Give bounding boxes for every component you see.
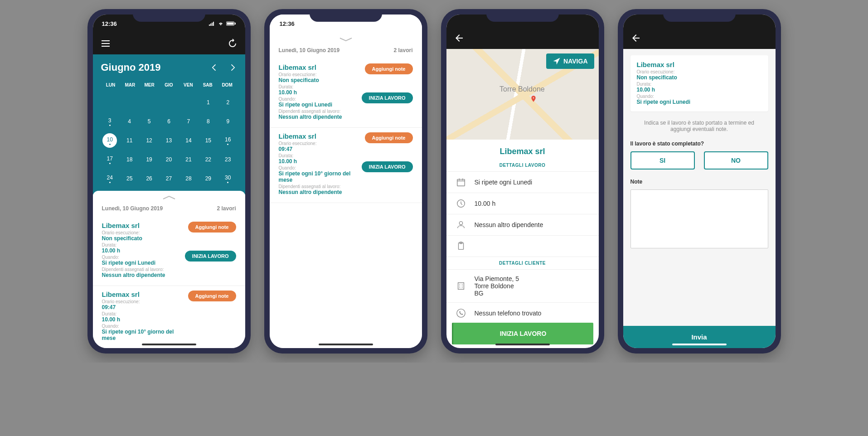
job-durata-label: Durata: — [279, 153, 362, 158]
job-orario-value: Non specificato — [102, 235, 185, 242]
calendar-day[interactable]: 18 — [121, 151, 138, 168]
section-client-label: DETTAGLI CLIENTE — [446, 257, 599, 270]
svg-rect-5 — [227, 23, 233, 25]
calendar-day[interactable]: 9 — [219, 113, 237, 130]
refresh-icon[interactable] — [227, 38, 238, 49]
calendar-day[interactable]: 25 — [121, 170, 138, 187]
detail-title: Libemax srl — [446, 140, 599, 159]
sheet-count: 2 lavori — [393, 47, 412, 53]
start-work-button[interactable]: INIZIA LAVORO — [185, 251, 236, 262]
calendar-day[interactable]: 14 — [179, 132, 197, 149]
calendar-day[interactable]: 15 — [199, 132, 217, 149]
navigate-button[interactable]: NAVIGA — [546, 53, 594, 69]
calendar-day[interactable]: 4 — [121, 113, 138, 130]
calendar-day[interactable]: 12 — [140, 132, 158, 149]
home-indicator[interactable] — [319, 344, 373, 345]
weekday-label: MAR — [120, 82, 140, 87]
home-indicator[interactable] — [495, 344, 550, 345]
jobs-list: Libemax srlOrario esecuzione:Non specifi… — [270, 59, 422, 203]
job-card[interactable]: Libemax srlOrario esecuzione:09:47Durata… — [270, 128, 422, 203]
job-quando-value: Si ripete ogni 10° giorno del mese — [102, 329, 188, 341]
job-durata-label: Durata: — [279, 84, 362, 89]
calendar-day[interactable]: 24 — [101, 170, 119, 187]
calendar-day[interactable]: 26 — [140, 170, 158, 187]
svg-rect-12 — [458, 283, 464, 290]
calendar-header: Giugno 2019 LUNMARMERGIOVENSABDOM 123456… — [93, 54, 245, 194]
calendar-day — [179, 94, 197, 111]
map-town-label: Torre Boldone — [499, 85, 545, 93]
start-work-button[interactable]: INIZIA LAVORO — [362, 92, 413, 103]
job-card[interactable]: Libemax srlOrario esecuzione:09:47Durata… — [93, 286, 245, 348]
calendar-day — [160, 94, 178, 111]
calendar-nav — [210, 63, 237, 72]
menu-icon[interactable] — [100, 38, 111, 49]
svg-rect-0 — [209, 24, 210, 26]
calendar-day — [140, 94, 158, 111]
sheet-handle[interactable] — [93, 191, 245, 203]
calendar-day[interactable]: 10 — [102, 133, 117, 148]
calendar-day[interactable]: 7 — [179, 113, 197, 130]
back-icon[interactable] — [454, 33, 465, 44]
add-note-button[interactable]: Aggiungi note — [365, 63, 413, 74]
prev-month-icon[interactable] — [210, 63, 219, 72]
building-icon — [456, 281, 466, 291]
no-button[interactable]: NO — [704, 151, 768, 170]
calendar-day[interactable]: 5 — [140, 113, 158, 130]
home-indicator[interactable] — [672, 344, 727, 345]
job-title: Libemax srl — [279, 132, 362, 140]
calendar-day[interactable]: 20 — [160, 151, 178, 168]
notch — [133, 9, 205, 22]
helper-text: Indica se il lavoro è stato portato a te… — [630, 111, 768, 140]
add-note-button[interactable]: Aggiungi note — [188, 291, 236, 301]
calendar-grid: 1234567891011121314151617181920212223242… — [101, 94, 237, 187]
card-quando-label: Quando: — [637, 94, 762, 99]
notch — [663, 9, 736, 22]
weekday-label: MER — [140, 82, 159, 87]
calendar-day[interactable]: 2 — [219, 94, 237, 111]
calendar-day[interactable]: 16 — [219, 132, 237, 149]
complete-body: Libemax srl Orario esecuzione: Non speci… — [623, 49, 776, 326]
calendar-day[interactable]: 6 — [160, 113, 178, 130]
calendar-day[interactable]: 13 — [160, 132, 178, 149]
calendar-day[interactable]: 17 — [101, 151, 119, 168]
calendar-day[interactable]: 1 — [199, 94, 217, 111]
calendar-day[interactable]: 22 — [199, 151, 217, 168]
weekday-label: DOM — [218, 82, 237, 87]
detail-recurrence: Si ripete ogni Lunedi — [446, 172, 599, 193]
start-work-button[interactable]: INIZIA LAVORO — [452, 323, 593, 344]
calendar-day[interactable]: 27 — [160, 170, 178, 187]
calendar-day[interactable]: 11 — [121, 132, 138, 149]
weekday-label: LUN — [101, 82, 121, 87]
calendar-day[interactable]: 29 — [199, 170, 217, 187]
calendar-day[interactable]: 8 — [199, 113, 217, 130]
job-orario-label: Orario esecuzione: — [279, 72, 362, 77]
calendar-day[interactable]: 19 — [140, 151, 158, 168]
add-note-button[interactable]: Aggiungi note — [188, 222, 236, 233]
calendar-day[interactable]: 30 — [219, 170, 237, 187]
jobs-list: Libemax srlOrario esecuzione:Non specifi… — [93, 217, 245, 348]
back-icon[interactable] — [630, 33, 641, 44]
calendar-day — [101, 94, 119, 111]
sheet-handle[interactable] — [270, 33, 422, 44]
job-card[interactable]: Libemax srlOrario esecuzione:Non specifi… — [270, 59, 422, 128]
home-indicator[interactable] — [142, 344, 196, 345]
card-orario: Non specificato — [637, 74, 762, 81]
calendar-day[interactable]: 3 — [101, 113, 119, 130]
calendar-day[interactable]: 23 — [219, 151, 237, 168]
start-work-button[interactable]: INIZIA LAVORO — [362, 161, 413, 172]
job-durata-value: 10.00 h — [102, 316, 188, 323]
add-note-button[interactable]: Aggiungi note — [365, 132, 413, 143]
job-title: Libemax srl — [279, 63, 362, 71]
map[interactable]: Torre Boldone NAVIGA — [446, 49, 599, 140]
yes-button[interactable]: SI — [630, 151, 695, 170]
jobs-sheet: Lunedì, 10 Giugno 2019 2 lavori Libemax … — [93, 191, 245, 348]
calendar-day[interactable]: 28 — [179, 170, 197, 187]
note-textarea[interactable] — [630, 189, 768, 248]
job-durata-value: 10.00 h — [102, 247, 185, 254]
job-card[interactable]: Libemax srlOrario esecuzione:Non specifi… — [93, 217, 245, 286]
calendar-day[interactable]: 21 — [179, 151, 197, 168]
navigate-icon — [553, 57, 561, 65]
next-month-icon[interactable] — [228, 63, 237, 72]
phone-4: Libemax srl Orario esecuzione: Non speci… — [618, 9, 781, 354]
card-durata: 10.00 h — [637, 87, 762, 93]
